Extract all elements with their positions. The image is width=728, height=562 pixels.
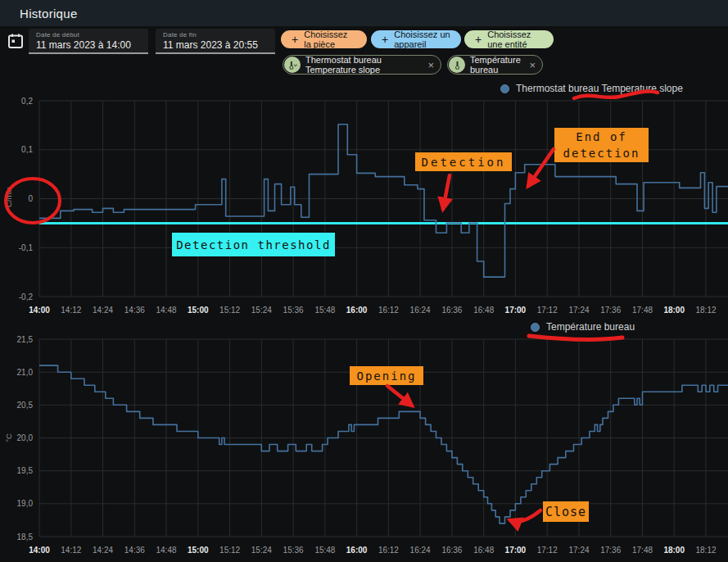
y-tick-label: 19,5 — [17, 466, 34, 475]
x-tick-label: 17:36 — [600, 306, 621, 315]
x-tick-label: 14:24 — [93, 306, 113, 315]
x-tick-label: 16:12 — [378, 306, 399, 315]
y-tick-label: 18,5 — [17, 533, 34, 542]
annotation-end-of-detection: End of detection — [554, 128, 649, 162]
x-tick-label: 17:12 — [537, 306, 558, 315]
y-tick-label: 20,0 — [17, 433, 34, 442]
x-tick-label: 15:12 — [219, 306, 240, 315]
x-tick-label: 14:48 — [156, 306, 176, 315]
x-tick-label: 16:00 — [346, 306, 368, 315]
x-tick-label: 15:00 — [188, 546, 209, 555]
x-tick-label: 14:36 — [124, 546, 145, 555]
series-line — [39, 365, 728, 523]
x-tick-label: 18:12 — [695, 306, 716, 315]
x-tick-label: 17:00 — [505, 546, 527, 555]
x-tick-label: 15:24 — [251, 546, 272, 555]
x-tick-label: 17:36 — [600, 546, 621, 555]
x-tick-label: 16:36 — [441, 306, 462, 315]
x-tick-label: 14:12 — [61, 546, 81, 555]
x-tick-label: 15:48 — [314, 546, 335, 555]
annotation-detection-threshold: Detection threshold — [172, 233, 335, 256]
x-tick-label: 17:48 — [632, 306, 653, 315]
x-tick-label: 17:12 — [537, 546, 558, 555]
x-tick-label: 14:24 — [93, 546, 113, 555]
x-tick-label: 18:00 — [663, 546, 685, 555]
y-tick-label: 0,2 — [21, 97, 33, 106]
x-tick-label: 17:24 — [568, 306, 589, 315]
x-tick-label: 18:00 — [663, 306, 685, 315]
x-tick-label: 14:00 — [29, 546, 50, 555]
y-tick-label: 0,1 — [21, 145, 33, 154]
y-tick-label: 20,5 — [17, 401, 34, 410]
y-tick-label: 21,0 — [17, 368, 34, 377]
x-tick-label: 17:48 — [632, 546, 653, 555]
history-page: Historique Date de début 11 mars 2023 à … — [0, 0, 728, 562]
x-tick-label: 14:12 — [61, 306, 81, 315]
x-tick-label: 15:48 — [314, 306, 335, 315]
x-tick-label: 18:12 — [695, 546, 716, 555]
y-tick-label: 19,0 — [17, 499, 34, 508]
annotation-opening: Opening — [350, 366, 423, 385]
x-tick-label: 17:24 — [568, 546, 589, 555]
annotation-close: Close — [543, 501, 589, 522]
x-tick-label: 15:36 — [283, 546, 304, 555]
x-tick-label: 14:36 — [124, 306, 145, 315]
y-tick-label: 0 — [28, 194, 33, 203]
charts-canvas[interactable]: 14:0014:1214:2414:3614:4815:0015:1215:24… — [0, 0, 728, 562]
x-tick-label: 17:00 — [505, 306, 527, 315]
y-tick-label: -0,1 — [19, 243, 34, 252]
x-tick-label: 16:24 — [410, 306, 431, 315]
x-tick-label: 15:12 — [219, 546, 240, 555]
x-tick-label: 15:36 — [283, 306, 304, 315]
x-tick-label: 16:36 — [441, 546, 462, 555]
x-tick-label: 16:48 — [473, 306, 494, 315]
y-tick-label: -0,2 — [19, 292, 34, 301]
annotation-detection: Detection — [415, 152, 512, 171]
x-tick-label: 14:48 — [156, 546, 176, 555]
x-tick-label: 16:12 — [378, 546, 399, 555]
x-tick-label: 16:24 — [410, 546, 431, 555]
x-tick-label: 15:00 — [188, 306, 209, 315]
x-tick-label: 15:24 — [251, 306, 272, 315]
y-axis-title: °C/min — [4, 187, 13, 211]
x-tick-label: 14:00 — [29, 306, 50, 315]
y-tick-label: 21,5 — [17, 335, 34, 344]
y-axis-title: °C — [4, 433, 13, 442]
x-tick-label: 16:00 — [346, 546, 368, 555]
x-tick-label: 16:48 — [473, 546, 494, 555]
